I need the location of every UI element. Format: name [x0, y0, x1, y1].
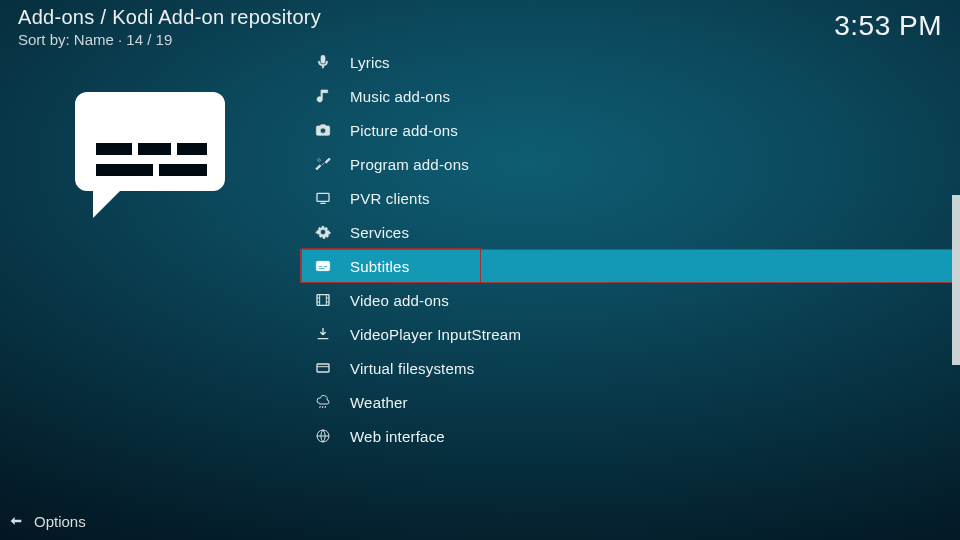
list-item-label: PVR clients [350, 190, 430, 207]
options-arrow-icon [8, 513, 24, 529]
svg-rect-5 [317, 193, 329, 201]
svg-rect-9 [318, 268, 325, 269]
svg-rect-7 [318, 266, 322, 267]
list-item-weather[interactable]: Weather [300, 385, 960, 419]
list-item-label: Program add-ons [350, 156, 469, 173]
list-item-videoplayer-inputstream[interactable]: VideoPlayer InputStream [300, 317, 960, 351]
list-item-label: Web interface [350, 428, 445, 445]
gear-icon [314, 224, 332, 240]
folder-icon [314, 360, 332, 376]
svg-rect-4 [159, 164, 207, 176]
svg-rect-10 [317, 295, 329, 306]
mic-icon [314, 54, 332, 70]
list-item-label: VideoPlayer InputStream [350, 326, 521, 343]
list-item-label: Music add-ons [350, 88, 450, 105]
globe-icon [314, 428, 332, 444]
svg-rect-11 [317, 364, 329, 372]
list-item-services[interactable]: Services [300, 215, 960, 249]
tools-icon [314, 156, 332, 172]
list-item-label: Lyrics [350, 54, 390, 71]
weather-icon [314, 394, 332, 410]
svg-rect-1 [138, 143, 171, 155]
svg-rect-2 [177, 143, 207, 155]
list-item-label: Picture add-ons [350, 122, 458, 139]
addon-category-list: Lyrics Music add-ons Picture add-ons Pro… [300, 45, 960, 492]
subtitles-icon [314, 258, 332, 274]
list-item-picture-addons[interactable]: Picture add-ons [300, 113, 960, 147]
options-label: Options [34, 513, 86, 530]
list-item-label: Subtitles [350, 258, 409, 275]
list-item-virtual-filesystems[interactable]: Virtual filesystems [300, 351, 960, 385]
list-item-lyrics[interactable]: Lyrics [300, 45, 960, 79]
list-item-pvr-clients[interactable]: PVR clients [300, 181, 960, 215]
breadcrumb: Add-ons / Kodi Add-on repository [18, 6, 321, 29]
scrollbar[interactable] [952, 45, 960, 492]
list-item-program-addons[interactable]: Program add-ons [300, 147, 960, 181]
svg-rect-0 [96, 143, 132, 155]
options-button[interactable]: Options [0, 502, 960, 540]
svg-rect-8 [324, 266, 328, 267]
list-item-label: Video add-ons [350, 292, 449, 309]
music-icon [314, 88, 332, 104]
list-item-video-addons[interactable]: Video add-ons [300, 283, 960, 317]
svg-rect-3 [96, 164, 153, 176]
camera-icon [314, 122, 332, 138]
list-item-web-interface[interactable]: Web interface [300, 419, 960, 453]
addon-thumbnail-subtitles-icon [75, 86, 225, 216]
scrollbar-thumb[interactable] [952, 195, 960, 365]
list-item-label: Weather [350, 394, 408, 411]
film-icon [314, 292, 332, 308]
tv-icon [314, 190, 332, 206]
list-item-label: Services [350, 224, 409, 241]
list-item-music-addons[interactable]: Music add-ons [300, 79, 960, 113]
clock: 3:53 PM [834, 10, 942, 42]
download-icon [314, 326, 332, 342]
list-item-label: Virtual filesystems [350, 360, 474, 377]
list-item-subtitles[interactable]: Subtitles [300, 249, 960, 283]
